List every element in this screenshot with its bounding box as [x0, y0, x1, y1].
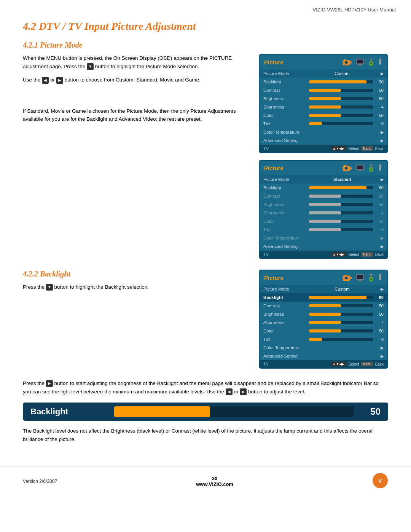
- right-button-3-icon: ▶: [46, 380, 53, 387]
- osd-row-color-1: Color 50: [260, 111, 387, 120]
- osd-row-colortemp-2: Color Temperature ▶: [260, 234, 387, 242]
- osd-row-tint-2: Tint 0: [260, 225, 387, 234]
- osd-row-contrast-3: Contrast 50: [260, 302, 387, 310]
- page-header: VIZIO VW26L HDTV10F User Manual: [0, 0, 411, 13]
- osd-row-advanced-2: Advanced Setting ▶: [260, 242, 387, 251]
- osd-row-brightness-2: Brightness 50: [260, 200, 387, 209]
- guitar-icon-2: [368, 164, 374, 172]
- guitar-icon-3: [368, 273, 374, 282]
- section-421-para1: When the MENU button is pressed, the On …: [23, 54, 247, 70]
- osd-row-contrast-2: Contrast 50: [260, 192, 387, 200]
- osd-row-sharpness-2: Sharpness 4: [260, 209, 387, 217]
- monitor-icon-2: [355, 164, 365, 172]
- osd-row-sharpness-3: Sharpness 4: [260, 318, 387, 327]
- svg-rect-30: [344, 275, 346, 276]
- osd-body-2: Picture Mode Standard ▶ Backlight 90 Con…: [260, 175, 387, 251]
- footer-page: 30: [196, 476, 233, 481]
- osd-row-colortemp-3: Color Temperature ▶: [260, 343, 387, 352]
- camera-icon-2: [342, 164, 352, 172]
- camera-icon: [342, 58, 352, 66]
- osd-mode-row: Picture Mode Custom ▶: [260, 69, 387, 78]
- right-button-4-icon: ▶: [240, 388, 247, 395]
- backlight-bar-value: 50: [362, 406, 381, 417]
- osd-row-advanced-1: Advanced Setting ▶: [260, 136, 387, 145]
- svg-marker-3: [350, 61, 352, 64]
- right-button-icon: ▶: [56, 77, 63, 84]
- svg-marker-31: [350, 276, 352, 280]
- osd-title-2: Picture: [264, 165, 338, 171]
- footer-url: www.VIZIO.com: [196, 481, 233, 487]
- svg-point-29: [345, 276, 348, 280]
- section-421-title: 4.2.1 Picture Mode: [23, 41, 388, 50]
- left-button-icon: ◀: [42, 77, 49, 84]
- manual-title: VIZIO VW26L HDTV10F User Manual: [313, 7, 396, 13]
- svg-rect-20: [358, 170, 362, 171]
- svg-text:V: V: [378, 478, 382, 484]
- svg-rect-16: [344, 165, 346, 166]
- svg-rect-39: [370, 274, 373, 275]
- backlight-bar-fill: [114, 406, 210, 417]
- svg-rect-34: [358, 280, 362, 281]
- osd-panel-1: Picture: [259, 54, 388, 153]
- svg-point-23: [370, 169, 372, 170]
- backlight-bar-label: Backlight: [30, 407, 107, 417]
- osd-row-backlight-3-active: Backlight 90: [260, 293, 387, 302]
- osd-row-backlight-1: Backlight 90: [260, 78, 387, 86]
- wrench-icon: [378, 58, 383, 66]
- svg-rect-11: [370, 59, 373, 59]
- svg-rect-21: [358, 171, 362, 171]
- svg-point-41: [379, 274, 381, 276]
- camera-icon-3: [342, 273, 352, 282]
- footer-version: Version 2/6/2007: [23, 479, 57, 484]
- osd-row-tint-3: Tint 0: [260, 335, 387, 343]
- osd-title-3: Picture: [264, 275, 338, 281]
- osd-row-advanced-3: Advanced Setting ▶: [260, 352, 387, 360]
- down-button-2-icon: ▼: [46, 284, 53, 291]
- section-422-title: 4.2.2 Backlight: [23, 270, 247, 278]
- svg-rect-35: [358, 281, 362, 281]
- svg-point-37: [370, 278, 372, 280]
- osd-header-3: Picture: [260, 270, 387, 285]
- section-421-para3: If Standard, Movie or Game is chosen for…: [23, 107, 247, 123]
- osd-footer-2: TV ▲▼◀▶ Select Menu Back: [260, 251, 387, 258]
- osd-row-contrast-1: Contrast 50: [260, 86, 387, 94]
- section-422-para3: The Backlight level does not affect the …: [23, 427, 388, 443]
- left-button-3-icon: ◀: [226, 388, 233, 395]
- main-section-title: 4.2 DTV / TV Input Picture Adjustment: [23, 20, 388, 32]
- monitor-icon-3: [355, 273, 365, 282]
- vizio-logo: V: [372, 473, 388, 490]
- wrench-icon-2: [378, 164, 383, 172]
- section-421-para2: Use the ◀ or ▶ button to choose from Cus…: [23, 76, 247, 84]
- svg-point-13: [379, 59, 381, 61]
- osd-row-backlight-2: Backlight 90: [260, 184, 387, 192]
- section-422-para2: Press the ▶ button to start adjusting th…: [23, 379, 388, 396]
- osd-header-2: Picture: [260, 161, 387, 175]
- monitor-icon: [355, 58, 365, 66]
- svg-rect-19: [357, 166, 363, 169]
- osd-icons-1: [342, 58, 383, 66]
- osd-icons-2: [342, 164, 383, 172]
- osd-footer-3: TV ▲▼◀▶ Select Menu Back: [260, 360, 387, 368]
- osd-row-sharpness-1: Sharpness 4: [260, 103, 387, 111]
- osd-row-tint-1: Tint 0: [260, 120, 387, 128]
- backlight-bar-track: [114, 406, 354, 417]
- osd-footer-1: TV ▲▼◀▶ Select Menu Back: [260, 145, 387, 152]
- osd-header-1: Picture: [260, 55, 387, 69]
- osd-mode-row-2: Picture Mode Standard ▶: [260, 175, 387, 184]
- osd-row-brightness-1: Brightness 50: [260, 94, 387, 103]
- osd-mode-row-3: Picture Mode Custom ▶: [260, 285, 387, 293]
- svg-rect-25: [370, 165, 373, 165]
- svg-point-9: [370, 63, 372, 64]
- osd-panel-2: Picture: [259, 160, 388, 259]
- svg-point-15: [345, 167, 348, 170]
- osd-panel-3: Picture: [259, 270, 388, 369]
- svg-rect-33: [357, 275, 363, 279]
- svg-rect-6: [358, 64, 362, 65]
- svg-rect-5: [357, 60, 363, 63]
- down-button-icon: ▼: [87, 63, 94, 70]
- svg-rect-7: [358, 65, 362, 66]
- osd-body-1: Picture Mode Custom ▶ Backlight 90: [260, 69, 387, 145]
- osd-body-3: Picture Mode Custom ▶ Backlight 90 Contr…: [260, 285, 387, 360]
- osd-row-color-2: Color 50: [260, 217, 387, 225]
- osd-row-brightness-3: Brightness 50: [260, 310, 387, 318]
